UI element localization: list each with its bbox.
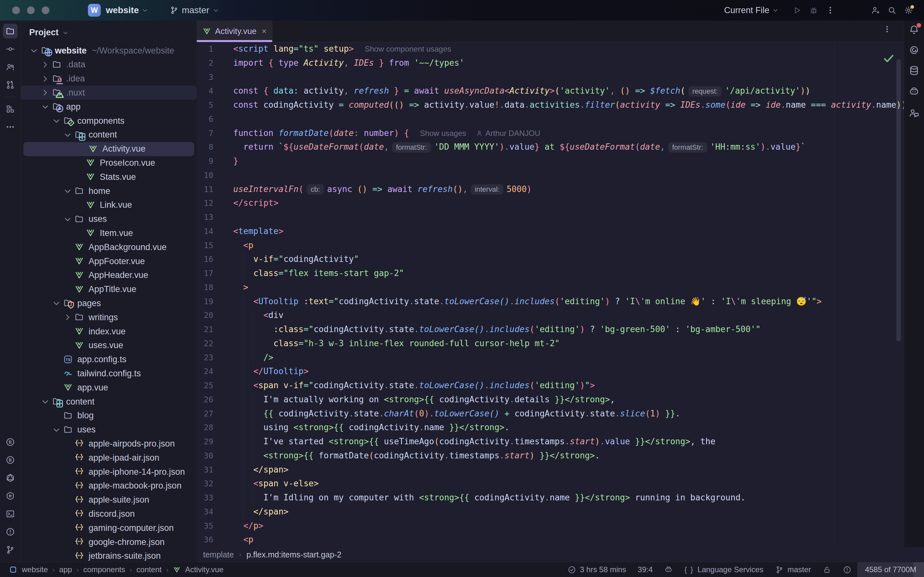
code-line[interactable]: 17 class="flex items-start gap-2"	[197, 266, 904, 280]
commit-icon[interactable]	[3, 42, 18, 56]
code-line[interactable]: 21 :class="codingActivity.state.toLowerC…	[197, 322, 904, 337]
settings-button[interactable]	[901, 3, 916, 17]
editor-scrollbar[interactable]	[897, 59, 901, 342]
language-services[interactable]: { }Language Services	[678, 562, 769, 577]
tree-item-google-chrome-json[interactable]: google-chrome.json	[21, 535, 197, 549]
code-line[interactable]: 31 </span>	[197, 463, 904, 477]
chevron-down-icon[interactable]	[52, 425, 61, 435]
breadcrumb-element[interactable]: p.flex.md:items-start.gap-2	[246, 550, 341, 559]
tree-item-pages[interactable]: pages	[21, 296, 197, 310]
tree-item-app-config-ts[interactable]: TSapp.config.ts	[21, 353, 197, 367]
code-line[interactable]: 32 <span v-else>	[197, 477, 904, 491]
line-number[interactable]: 4	[197, 84, 213, 98]
wakatime-widget[interactable]: 3 hrs 58 mins	[562, 562, 632, 577]
readonly-toggle[interactable]	[817, 562, 837, 577]
ai-assistant-icon[interactable]	[908, 44, 920, 56]
tree-item-writings[interactable]: writings	[21, 310, 197, 324]
run-button[interactable]	[790, 3, 804, 17]
tree-item-content[interactable]: content	[21, 128, 197, 142]
line-number[interactable]: 5	[197, 98, 213, 112]
close-window-button[interactable]	[12, 6, 20, 14]
code-line[interactable]: 13	[197, 210, 904, 224]
line-number[interactable]: 24	[197, 364, 213, 379]
git-icon[interactable]	[3, 542, 18, 557]
tree-item-uses[interactable]: uses	[21, 423, 197, 437]
line-number[interactable]: 33	[197, 491, 213, 505]
tree-item-gaming-computer-json[interactable]: gaming-computer.json	[21, 521, 197, 535]
zoom-window-button[interactable]	[42, 6, 49, 14]
code-line[interactable]: 14<template>	[197, 224, 904, 239]
code-line[interactable]: 1<script lang="ts" setup>Show component …	[197, 42, 904, 56]
copilot-status[interactable]	[658, 562, 678, 577]
tree-item-proseicon-vue[interactable]: ProseIcon.vue	[21, 156, 197, 170]
line-number[interactable]: 20	[197, 308, 213, 322]
tree-item-apple-suite-json[interactable]: apple-suite.json	[21, 493, 197, 507]
line-number[interactable]: 2	[197, 56, 213, 70]
branch-widget[interactable]: master	[170, 5, 220, 15]
tree-item-app-vue[interactable]: app.vue	[21, 380, 197, 395]
line-number[interactable]: 7	[197, 126, 213, 140]
tree-item-link-vue[interactable]: Link.vue	[21, 198, 197, 212]
tree-item-appbackground-vue[interactable]: AppBackground.vue	[21, 240, 197, 254]
code-line[interactable]: 30 <strong>{{ formatDate(codingActivity.…	[197, 449, 904, 463]
more-actions-button[interactable]	[823, 3, 837, 17]
line-number[interactable]: 36	[197, 533, 213, 547]
chevron-down-icon[interactable]	[52, 116, 61, 126]
code-area[interactable]: 1<script lang="ts" setup>Show component …	[197, 42, 904, 547]
line-number[interactable]: 12	[197, 196, 213, 210]
tree-item-blog[interactable]: blog	[21, 409, 197, 423]
chevron-down-icon[interactable]	[52, 298, 61, 308]
code-line[interactable]: 20 <div	[197, 308, 904, 322]
pull-requests-icon[interactable]	[3, 77, 18, 92]
code-line[interactable]: 19 <UTooltip :text="codingActivity.state…	[197, 295, 904, 309]
code-line[interactable]: 6	[197, 112, 904, 126]
tree-item-uses[interactable]: uses	[21, 212, 197, 226]
tree-item-item-vue[interactable]: Item.vue	[21, 226, 197, 240]
chevron-right-icon[interactable]	[40, 74, 50, 84]
chevron-down-icon[interactable]	[62, 29, 69, 36]
caret-position[interactable]: 39:4	[632, 562, 659, 577]
code-with-me-button[interactable]	[868, 3, 882, 17]
chevron-down-icon[interactable]	[63, 214, 73, 224]
tree-item-apple-airpods-pro-json[interactable]: apple-airpods-pro.json	[21, 437, 197, 451]
project-folder-icon[interactable]	[3, 24, 18, 39]
tree-item-tailwind-config-ts[interactable]: tailwind.config.ts	[21, 366, 197, 380]
line-number[interactable]: 35	[197, 519, 213, 533]
tab-activity-vue[interactable]: Activity.vue ×	[197, 21, 272, 42]
chevron-right-icon[interactable]	[40, 88, 50, 97]
tree-item-app[interactable]: app	[21, 100, 197, 114]
line-number[interactable]: 14	[197, 224, 213, 239]
code-line[interactable]: 5const codingActivity = computed(() => a…	[197, 98, 904, 112]
tree-item-appheader-vue[interactable]: AppHeader.vue	[21, 268, 197, 282]
code-vision-hint[interactable]: Show component usages	[365, 45, 451, 53]
graphql-icon[interactable]	[3, 471, 18, 485]
run-tool-icon[interactable]: R	[3, 435, 18, 450]
code-line[interactable]: 27 {{ codingActivity.state.charAt(0).toL…	[197, 407, 904, 421]
line-number[interactable]: 9	[197, 154, 213, 168]
tree-item-index-vue[interactable]: index.vue	[21, 324, 197, 338]
tab-options-icon[interactable]	[883, 25, 895, 37]
code-line[interactable]: 3	[197, 70, 904, 84]
tree-item--idea[interactable]: IJ.idea	[21, 72, 197, 86]
code-line[interactable]: 15 <p	[197, 239, 904, 253]
run-configuration-selector[interactable]: Current File	[724, 5, 779, 15]
line-number[interactable]: 8	[197, 140, 213, 154]
minimize-window-button[interactable]	[27, 6, 35, 14]
status-path-item[interactable]: content	[136, 565, 162, 574]
project-panel-title[interactable]: Project	[29, 27, 59, 37]
chevron-down-icon[interactable]	[63, 130, 73, 140]
chevron-down-icon[interactable]	[29, 46, 39, 55]
tree-item-apple-ipad-air-json[interactable]: apple-ipad-air.json	[21, 451, 197, 465]
tree-item-apple-macbook-pro-json[interactable]: apple-macbook-pro.json	[21, 479, 197, 493]
line-number[interactable]: 19	[197, 295, 213, 309]
code-line[interactable]: 22 class="h-3 w-3 inline-flex rounded-fu…	[197, 337, 904, 351]
chevron-down-icon[interactable]	[40, 397, 50, 406]
memory-indicator[interactable]: 4585 of 7700M	[857, 562, 924, 577]
chat-icon[interactable]	[908, 107, 920, 119]
code-line[interactable]: 9}	[197, 154, 904, 168]
tree-item-stats-vue[interactable]: Stats.vue	[21, 170, 197, 184]
code-line[interactable]: 12</script>	[197, 196, 904, 210]
line-number[interactable]: 22	[197, 337, 213, 351]
line-number[interactable]: 31	[197, 463, 213, 477]
code-line[interactable]: 23 />	[197, 351, 904, 365]
